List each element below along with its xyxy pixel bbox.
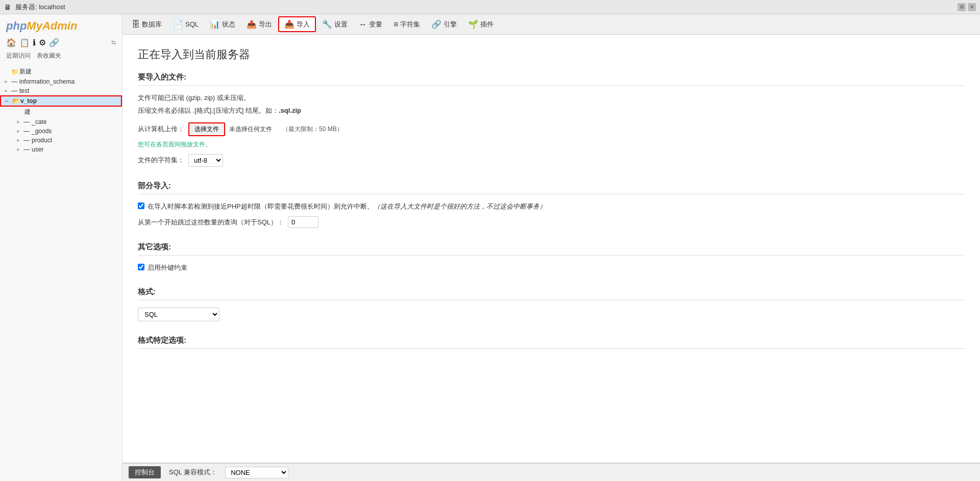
tree-item-information-schema[interactable]: + — information_schema [0, 77, 122, 86]
label-product: product [32, 137, 120, 144]
query-skip-row: 从第一个开始跳过这些数量的查询（对于SQL）： [138, 216, 965, 228]
tree-item-v-top[interactable]: − 📂 v_top [0, 95, 122, 107]
toolbar-sql[interactable]: 📄 SQL [168, 17, 204, 31]
label-jian: 建 [24, 108, 120, 116]
interrupt-checkbox[interactable] [138, 202, 144, 209]
toolbar-export-label: 导出 [259, 20, 272, 29]
recent-visit-link[interactable]: 近期访问 [6, 52, 31, 60]
page-title: 正在导入到当前服务器 [138, 47, 965, 62]
charset-label: 文件的字符集： [138, 156, 184, 165]
toggle-cate[interactable]: + [16, 119, 23, 125]
table-icon[interactable]: 📋 [19, 38, 30, 47]
toolbar-sql-label: SQL [185, 20, 199, 28]
toolbar-engine[interactable]: 🔗 引擎 [426, 17, 462, 31]
sidebar-nav-links: 近期访问 表收藏夹 [0, 50, 122, 64]
interrupt-note: （这在导入大文件时是个很好的方法，不过这会中断事务） [374, 202, 546, 210]
toolbar: 🗄 数据库 📄 SQL 📊 状态 📤 导出 📥 导入 🔧 设置 [122, 14, 980, 35]
db-icon-test: — [11, 87, 19, 94]
sql-compat-select[interactable]: NONE ANSI DB2 MAXDB MYSQL323 MYSQL40 MSS… [225, 467, 288, 478]
max-limit-text: （最大限制：50 MB） [282, 125, 343, 134]
label-v-top: v_top [20, 97, 119, 105]
toolbar-plugins[interactable]: 🌱 插件 [463, 17, 499, 31]
tree-new-item[interactable]: 📁 新建 [0, 66, 122, 77]
file-import-desc2: 压缩文件名必须以 .[格式].[压缩方式] 结尾。如：.sql.zip [138, 106, 965, 116]
charset-row: 文件的字符集： utf-8 utf-16 gbk latin1 [138, 154, 965, 167]
toolbar-variables[interactable]: ↔ 变量 [354, 18, 387, 31]
tree-item-goods[interactable]: + — _goods [10, 126, 122, 136]
title-bar: 🖥 服务器: localhost ⚙ ✕ [0, 0, 980, 14]
toggle-information-schema[interactable]: + [4, 79, 11, 85]
choose-file-button[interactable]: 选择文件 [188, 122, 225, 136]
interrupt-label: 在导入时脚本若检测到接近PHP超时限（即需要花费很长时间）则允许中断。（这在导入… [148, 201, 546, 212]
section-format: 格式: SQL CSV CSV using LOAD DATA MediaWik… [138, 287, 965, 321]
tree-item-test[interactable]: + — test [0, 86, 122, 95]
label-information-schema: information_schema [19, 78, 120, 85]
info-icon[interactable]: ℹ [33, 38, 36, 47]
sidebar-icons: 🏠 📋 ℹ ⚙ 🔗 ⇆ [0, 36, 122, 50]
toolbar-charset[interactable]: ≡ 字符集 [388, 18, 425, 31]
toolbar-plugins-label: 插件 [480, 20, 494, 29]
toolbar-import[interactable]: 📥 导入 [278, 16, 316, 32]
new-icon: 📁 [11, 68, 19, 75]
toggle-product[interactable]: + [16, 137, 23, 143]
toggle-user[interactable]: + [16, 146, 23, 153]
query-skip-input[interactable] [288, 216, 318, 228]
format-select[interactable]: SQL CSV CSV using LOAD DATA MediaWiki Ta… [138, 308, 219, 321]
tree-item-cate[interactable]: + — _cate [10, 117, 122, 126]
home-icon[interactable]: 🏠 [6, 38, 16, 47]
charset-select[interactable]: utf-8 utf-16 gbk latin1 [188, 154, 223, 167]
tree-item-product[interactable]: + — product [10, 136, 122, 145]
plugins-icon: 🌱 [468, 19, 478, 29]
toggle-test[interactable]: + [4, 88, 11, 94]
section-file-import: 要导入的文件: 文件可能已压缩 (gzip, zip) 或未压缩。 压缩文件名必… [138, 72, 965, 167]
settings-btn[interactable]: ⚙ [958, 3, 966, 11]
bottom-bar: 控制台 SQL 兼容模式： NONE ANSI DB2 MAXDB MYSQL3… [122, 463, 980, 481]
toolbar-status-label: 状态 [222, 20, 235, 29]
expand-icon[interactable]: ⇆ [111, 39, 116, 46]
export-icon: 📤 [247, 19, 257, 29]
section-format-title: 格式: [138, 287, 965, 300]
close-btn[interactable]: ✕ [968, 3, 976, 11]
logo-text: phpMyAdmin [6, 19, 77, 33]
tree-item-jian[interactable]: 建 [10, 107, 122, 117]
favorites-link[interactable]: 表收藏夹 [37, 52, 61, 60]
drag-hint: 您可在各页面间拖放文件。 [138, 140, 965, 149]
label-goods: _goods [32, 128, 120, 135]
query-skip-label: 从第一个开始跳过这些数量的查询（对于SQL）： [138, 218, 284, 227]
section-format-specific: 格式特定选项: [138, 336, 965, 349]
title-bar-text: 服务器: localhost [15, 3, 65, 12]
section-other-options: 其它选项: 启用外键约束 [138, 242, 965, 273]
no-file-text: 未选择任何文件 [229, 125, 272, 134]
content-area: 🗄 数据库 📄 SQL 📊 状态 📤 导出 📥 导入 🔧 设置 [122, 14, 980, 481]
import-icon: 📥 [284, 19, 295, 29]
settings-icon[interactable]: ⚙ [39, 38, 46, 47]
toggle-goods[interactable]: + [16, 128, 23, 134]
toolbar-settings-label: 设置 [334, 20, 348, 29]
label-user: user [32, 146, 120, 153]
toolbar-export[interactable]: 📤 导出 [241, 17, 277, 31]
toolbar-settings[interactable]: 🔧 设置 [317, 17, 353, 31]
database-icon: 🗄 [132, 20, 140, 29]
toolbar-database[interactable]: 🗄 数据库 [127, 18, 167, 31]
logo-myadmin: MyAdmin [27, 19, 77, 32]
foreign-key-checkbox-row: 启用外键约束 [138, 263, 965, 273]
logo: phpMyAdmin [0, 14, 122, 36]
control-panel-button[interactable]: 控制台 [129, 466, 161, 478]
section-partial-import-title: 部分导入: [138, 181, 965, 194]
engine-icon: 🔗 [431, 19, 442, 29]
toolbar-status[interactable]: 📊 状态 [205, 17, 240, 31]
section-other-options-title: 其它选项: [138, 242, 965, 256]
toggle-v-top[interactable]: − [5, 98, 12, 104]
main-content: 正在导入到当前服务器 要导入的文件: 文件可能已压缩 (gzip, zip) 或… [122, 35, 980, 463]
link-icon[interactable]: 🔗 [49, 38, 59, 47]
tree-item-user[interactable]: + — user [10, 145, 122, 154]
status-icon: 📊 [210, 19, 220, 29]
title-bar-icon: 🖥 [4, 3, 11, 11]
foreign-key-checkbox[interactable] [138, 264, 144, 270]
sql-compat-label: SQL 兼容模式： [169, 468, 217, 477]
upload-label: 从计算机上传： [138, 124, 184, 134]
section-format-specific-title: 格式特定选项: [138, 336, 965, 349]
interrupt-checkbox-row: 在导入时脚本若检测到接近PHP超时限（即需要花费很长时间）则允许中断。（这在导入… [138, 201, 965, 212]
toolbar-import-label: 导入 [297, 20, 310, 29]
table-icon-cate: — [23, 118, 32, 125]
